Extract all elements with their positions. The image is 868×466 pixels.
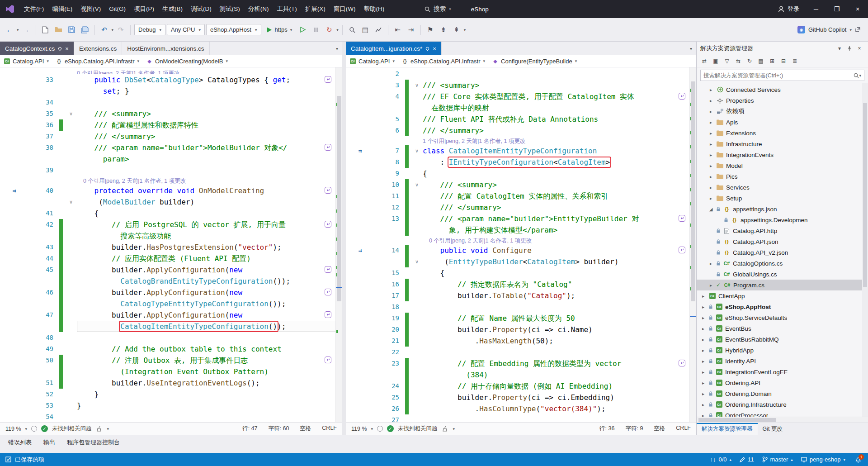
repository-button[interactable]: peng-eshop ▾ xyxy=(801,456,845,463)
new-file-icon[interactable] xyxy=(40,24,52,36)
window-position-icon[interactable]: ▾ xyxy=(835,43,844,53)
expand-arrow-icon[interactable]: ▸ xyxy=(708,283,714,288)
refresh-icon[interactable]: ↻ xyxy=(745,56,755,66)
close-tab-icon[interactable]: × xyxy=(65,45,69,52)
sync-active-document-icon[interactable]: ⇆ xyxy=(733,56,743,66)
tree-item[interactable]: {}appsettings.Developmen xyxy=(697,214,868,225)
editor-scrollbar[interactable] xyxy=(689,67,696,422)
expand-arrow-icon[interactable]: ▸ xyxy=(700,380,706,385)
scrollbar-thumb[interactable] xyxy=(698,418,776,422)
navigation-history-icon[interactable]: ▾ xyxy=(17,28,19,32)
code-cleanup-icon[interactable] xyxy=(442,425,449,433)
expand-arrow-icon[interactable]: ▸ xyxy=(708,163,714,168)
code-map-icon[interactable]: ▤ xyxy=(359,24,371,36)
horizontal-scrollbar[interactable] xyxy=(697,417,868,423)
tree-item[interactable]: ▸Model xyxy=(697,160,868,171)
document-health-icon[interactable] xyxy=(377,426,383,432)
zoom-level-dropdown[interactable]: 119 % xyxy=(5,426,21,432)
fold-chevron-icon[interactable]: ∨ xyxy=(411,179,423,190)
expand-arrow-icon[interactable]: ▸ xyxy=(700,337,706,342)
solution-platform-dropdown[interactable]: Any CPU▾ xyxy=(167,24,205,35)
caret-line[interactable]: 行: 36 xyxy=(599,425,614,433)
tree-item[interactable]: ▸Setup xyxy=(697,193,868,204)
panel-tab[interactable]: 程序包管理器控制台 xyxy=(61,436,125,449)
tree-item[interactable]: ◢{}appsettings.json xyxy=(697,204,868,214)
expand-arrow-icon[interactable]: ▸ xyxy=(708,174,714,179)
inline-suggestion-icon[interactable] xyxy=(325,357,331,363)
editor-tab[interactable]: HostEnvironm...xtensions.cs xyxy=(122,42,209,55)
expand-arrow-icon[interactable]: ▸ xyxy=(700,315,706,320)
inline-suggestion-icon[interactable] xyxy=(679,360,685,366)
solution-explorer-search[interactable]: ▾ xyxy=(700,70,864,81)
home-icon[interactable]: ▣ xyxy=(711,56,721,66)
line-chart-icon[interactable] xyxy=(373,24,384,36)
tree-item[interactable]: ▸C#HybridApp xyxy=(697,345,868,356)
github-copilot-button[interactable]: ◉ GitHub Copilot ▾ xyxy=(794,26,864,33)
margin-reference-icon[interactable]: ⇉ xyxy=(359,145,362,157)
line-ending[interactable]: CRLF xyxy=(322,425,337,433)
menu-item[interactable]: 调试(D) xyxy=(187,0,216,18)
inline-suggestion-icon[interactable] xyxy=(679,247,685,253)
expand-arrow-icon[interactable]: ▸ xyxy=(700,304,706,309)
editor-splitter[interactable] xyxy=(342,42,346,435)
expand-arrow-icon[interactable]: ▸ xyxy=(708,87,714,92)
hot-reload-icon[interactable]: ↻ xyxy=(323,24,335,36)
panel-tab[interactable]: 输出 xyxy=(38,436,61,449)
breadcrumb-item[interactable]: ◆OnModelCreating(ModelB▾ xyxy=(146,58,228,65)
expand-arrow-icon[interactable]: ▸ xyxy=(708,142,714,147)
pin-icon[interactable] xyxy=(58,46,62,51)
collapse-all-icon[interactable]: ⊟ xyxy=(778,56,788,66)
panel-tab[interactable]: 错误列表 xyxy=(3,436,37,449)
editor-tab[interactable]: CatalogContext.cs× xyxy=(0,42,74,55)
undo-history-icon[interactable]: ▾ xyxy=(112,28,114,32)
tree-item[interactable]: ▸✓C#Program.cs xyxy=(697,280,868,290)
indent-decrease-icon[interactable]: ⇤ xyxy=(392,24,404,36)
codelens-text[interactable]: 1 个引用|peng, 2 天前|1 名作者, 1 项更改 xyxy=(423,138,525,144)
tab-overflow-icon[interactable]: ▾ xyxy=(686,46,696,51)
pending-edits-button[interactable]: 11 xyxy=(740,456,754,463)
scrollbar-thumb[interactable] xyxy=(691,81,695,301)
menu-item[interactable]: 生成(B) xyxy=(158,0,187,18)
editor-scrollbar[interactable] xyxy=(335,67,342,422)
line-ending[interactable]: CRLF xyxy=(676,425,691,433)
navigate-forward-button[interactable]: → xyxy=(20,24,32,36)
fold-chevron-icon[interactable]: ∨ xyxy=(65,196,77,208)
tree-item[interactable]: ▸Extensions xyxy=(697,128,868,138)
properties-icon[interactable]: ≣ xyxy=(790,56,800,66)
titlebar-search[interactable]: 搜索 ▾ xyxy=(420,5,456,13)
tree-item[interactable]: ▸C#IntegrationEventLogEF xyxy=(697,366,868,377)
tree-item[interactable]: {}Catalog.API_v2.json xyxy=(697,247,868,258)
expand-arrow-icon[interactable]: ▸ xyxy=(708,120,714,125)
close-button[interactable]: × xyxy=(847,0,868,18)
expand-arrow-icon[interactable]: ▸ xyxy=(700,402,706,407)
minimize-button[interactable]: ─ xyxy=(806,0,826,18)
expand-arrow-icon[interactable]: ▸ xyxy=(700,391,706,396)
expand-arrow-icon[interactable]: ▸ xyxy=(700,348,706,353)
tree-item[interactable]: ▸C#Ordering.API xyxy=(697,377,868,388)
scrollbar-thumb[interactable] xyxy=(337,96,341,302)
codelens-text[interactable]: 0 个引用|peng, 2 天前|1 名作者, 1 项更改 xyxy=(423,238,532,244)
startup-project-dropdown[interactable]: eShop.AppHost▾ xyxy=(206,24,261,35)
editor-tab[interactable]: Extensions.cs xyxy=(74,42,122,55)
tree-item[interactable]: ▸C#Ordering.Infrastructure xyxy=(697,399,868,410)
margin-reference-icon[interactable]: ⇉ xyxy=(13,185,16,196)
inline-suggestion-icon[interactable] xyxy=(325,311,331,318)
margin-reference-icon[interactable]: ⇉ xyxy=(359,245,362,256)
menu-item[interactable]: 编辑(E) xyxy=(48,0,76,18)
expand-arrow-icon[interactable]: ▸ xyxy=(708,131,714,136)
bookmark-options-icon[interactable]: ▾ xyxy=(464,28,466,32)
tree-item[interactable]: ▸IntegrationEvents xyxy=(697,149,868,160)
tree-item[interactable]: ▸Properties xyxy=(697,95,868,106)
bookmark-icon[interactable]: ⚑ xyxy=(425,24,436,36)
expand-arrow-icon[interactable]: ▸ xyxy=(700,370,706,375)
tree-item[interactable]: ▸Connected Services xyxy=(697,84,868,95)
menu-item[interactable]: 项目(P) xyxy=(130,0,158,18)
tree-item[interactable]: ▸C#eShop.AppHost xyxy=(697,301,868,312)
expand-arrow-icon[interactable]: ▸ xyxy=(700,326,706,331)
whitespace-mode[interactable]: 空格 xyxy=(654,425,665,433)
fold-chevron-icon[interactable]: ∨ xyxy=(411,145,423,157)
tree-item[interactable]: ▸C#EventBusRabbitMQ xyxy=(697,334,868,345)
code-cleanup-icon[interactable] xyxy=(96,425,103,433)
tree-item[interactable]: ▸Pics xyxy=(697,171,868,182)
tree-item[interactable]: Catalog.API.http xyxy=(697,225,868,236)
